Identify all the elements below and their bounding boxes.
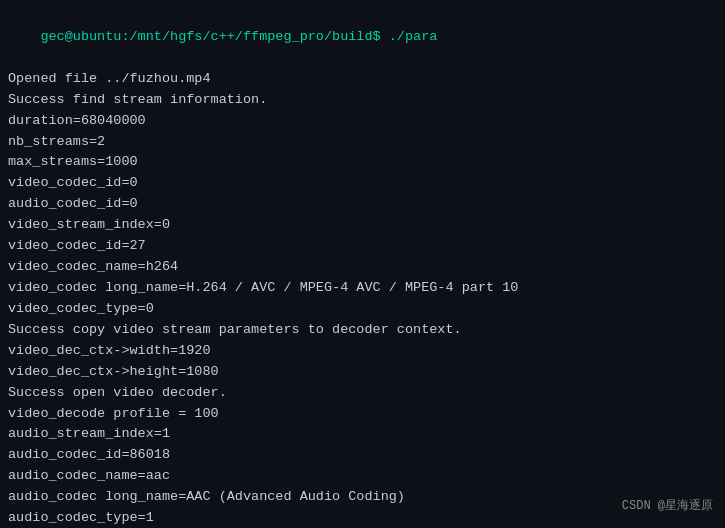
line-7: audio_codec_id=0 xyxy=(8,194,717,215)
line-14: video_dec_ctx->width=1920 xyxy=(8,341,717,362)
line-12: video_codec_type=0 xyxy=(8,299,717,320)
line-18: audio_stream_index=1 xyxy=(8,424,717,445)
line-0: gec@ubuntu:/mnt/hgfs/c++/ffmpeg_pro/buil… xyxy=(8,6,717,69)
line-13: Success copy video stream parameters to … xyxy=(8,320,717,341)
line-9: video_codec_id=27 xyxy=(8,236,717,257)
watermark: CSDN @星海逐原 xyxy=(622,497,713,516)
line-19: audio_codec_id=86018 xyxy=(8,445,717,466)
line-1: Opened file ../fuzhou.mp4 xyxy=(8,69,717,90)
prompt-0: gec@ubuntu:/mnt/hgfs/c++/ffmpeg_pro/buil… xyxy=(40,29,437,44)
line-11: video_codec long_name=H.264 / AVC / MPEG… xyxy=(8,278,717,299)
line-3: duration=68040000 xyxy=(8,111,717,132)
line-20: audio_codec_name=aac xyxy=(8,466,717,487)
line-21: audio_codec long_name=AAC (Advanced Audi… xyxy=(8,487,717,508)
terminal-window: gec@ubuntu:/mnt/hgfs/c++/ffmpeg_pro/buil… xyxy=(0,0,725,528)
line-22: audio_codec_type=1 xyxy=(8,508,717,528)
line-15: video_dec_ctx->height=1080 xyxy=(8,362,717,383)
line-17: video_decode profile = 100 xyxy=(8,404,717,425)
line-8: video_stream_index=0 xyxy=(8,215,717,236)
line-10: video_codec_name=h264 xyxy=(8,257,717,278)
line-4: nb_streams=2 xyxy=(8,132,717,153)
line-2: Success find stream information. xyxy=(8,90,717,111)
line-6: video_codec_id=0 xyxy=(8,173,717,194)
line-5: max_streams=1000 xyxy=(8,152,717,173)
line-16: Success open video decoder. xyxy=(8,383,717,404)
